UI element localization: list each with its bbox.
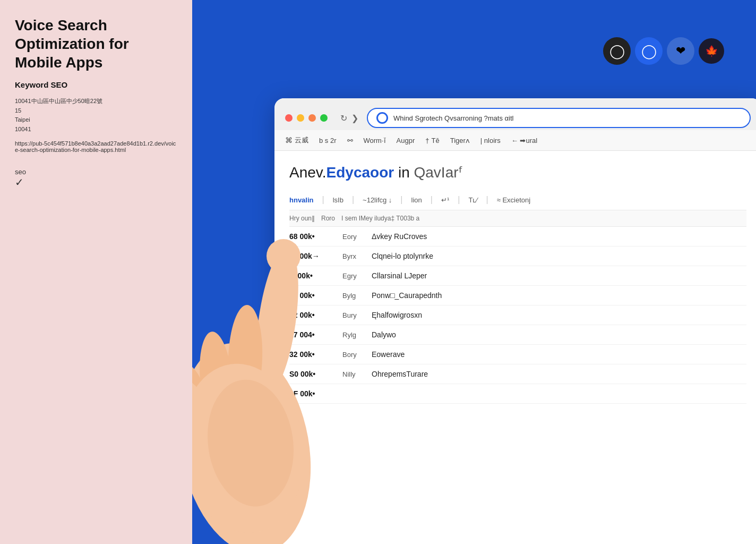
icon-circle-3: ❤ (667, 37, 694, 65)
sidebar-url: https://pub-5c454f571b8e40a3a2aad27ade84… (15, 140, 177, 153)
icon-circle-2: ◯ (635, 37, 663, 65)
sub-col2: Roro (321, 215, 335, 222)
th-1[interactable]: hnvalin (289, 196, 314, 204)
tab-icon-te: † (425, 137, 429, 144)
type-8: Nilly (342, 370, 372, 378)
tab-ural[interactable]: ← ➡ural (511, 137, 537, 144)
type-6: Rylg (342, 331, 372, 339)
volume-5: 62 00k• (289, 311, 342, 319)
tab-label-2: b s 2r (319, 137, 337, 144)
type-3: Egry (342, 272, 372, 280)
meta-line1: 10041中山區中山區中少50暗22號 (15, 98, 102, 104)
volume-8: S0 00k• (289, 370, 342, 378)
volume-7: 32 00k• (289, 350, 342, 359)
check-icon: ✓ (15, 176, 177, 189)
volume-3: 8I 00k• (289, 271, 342, 280)
table-row: 80 00k• Bylg Ponw□_Caurapednth (289, 286, 746, 305)
tab-worm[interactable]: Worm·ǐ (364, 137, 386, 144)
dot-orange[interactable] (308, 114, 316, 122)
keyword-8: OhrepemsTurare (372, 370, 746, 378)
tab-augpr[interactable]: Augpr (397, 137, 415, 144)
table-row: 8I 00k• Egry Cllarsinal LJeper (289, 266, 746, 286)
table-row: 32 00k• Bory Eowerave (289, 345, 746, 364)
th-6[interactable]: Tʟ⁄ (468, 196, 477, 204)
svg-point-6 (192, 367, 227, 456)
meta-line2: 15 (15, 107, 21, 114)
volume-1: 68 00k• (289, 232, 342, 241)
meta-line3: Taipei (15, 116, 30, 123)
table-row: 8F 00k• (289, 384, 746, 404)
nav-buttons: ↻ ❯ (340, 113, 358, 123)
volume-4: 80 00k• (289, 291, 342, 300)
tab-2[interactable]: b s 2r (319, 137, 337, 144)
title-part3: in (394, 164, 410, 181)
sidebar: Voice Search Optimization for Mobile App… (0, 0, 192, 544)
title-part1: Anev. (289, 164, 327, 181)
keyword-2: Clqnei-lo ptolynrke (372, 252, 746, 260)
sidebar-subtitle: Keyword SEO (15, 80, 177, 89)
sub-col3: I sem IMey iludya‡ T003b a (341, 215, 419, 222)
browser-loading-icon (376, 112, 388, 124)
tab-icon-1: ⌘ (285, 136, 293, 144)
meta-line4: 10041 (15, 126, 31, 132)
browser-chrome: ↻ ❯ Whind Sgrotech Qvsarroning ?mats αit… (274, 98, 756, 130)
tab-3[interactable]: ⚯ (347, 137, 353, 144)
type-5: Bury (342, 311, 372, 319)
address-bar[interactable]: Whind Sgrotech Qvsarroning ?mats αitl (367, 108, 751, 128)
sidebar-title: Voice Search Optimization for Mobile App… (15, 16, 177, 72)
tab-te[interactable]: † Tē (425, 137, 439, 144)
type-4: Bylg (342, 292, 372, 300)
svg-point-2 (227, 304, 264, 412)
content-title: Anev.Edycaoor in QavIarᶠ (289, 164, 746, 181)
table-row: S0 00k• Nilly OhrepemsTurare (289, 364, 746, 384)
sidebar-tag: seo ✓ (15, 168, 177, 189)
svg-point-4 (192, 361, 214, 440)
table-row: 17 004• Rylg Dalywo (289, 325, 746, 345)
keyword-1: Δvkey RuCroves (372, 232, 746, 241)
keyword-3: Cllarsinal LJeper (372, 271, 746, 280)
content-area: Anev.Edycaoor in QavIarᶠ hnvalin | ls‍Ib… (274, 151, 756, 544)
top-right-icons: ◯ ◯ ❤ 🍁 (603, 37, 724, 65)
dot-red[interactable] (285, 114, 293, 122)
tab-label-augpr: Augpr (397, 137, 415, 144)
forward-icon[interactable]: ❯ (351, 113, 358, 123)
keyword-5: Ęhalfowigrosxn (372, 311, 746, 319)
th-3[interactable]: ~12lifcg ↓ (363, 196, 392, 204)
type-1: Eory (342, 233, 372, 241)
tab-1[interactable]: ⌘ 云威 (285, 135, 308, 145)
tab-nloirs[interactable]: | nloirs (480, 137, 501, 144)
title-part2: Edycaoor (327, 164, 394, 181)
th-2[interactable]: ls‍Ib (333, 196, 343, 204)
tab-label-te: Tē (432, 137, 440, 144)
browser-window: ↻ ❯ Whind Sgrotech Qvsarroning ?mats αit… (274, 98, 756, 544)
dot-yellow[interactable] (297, 114, 304, 122)
main-area: ◯ ◯ ❤ 🍁 (192, 0, 756, 544)
svg-point-3 (196, 330, 236, 429)
sub-header: Hry oun‖ Roro I sem IMey iludya‡ T003b a (289, 210, 746, 227)
dot-green[interactable] (320, 114, 328, 122)
tab-label-ural: ← ➡ural (511, 137, 537, 144)
type-7: Bory (342, 351, 372, 359)
tab-label-nloirs: | nloirs (480, 137, 501, 144)
volume-2: 13 00k→ (289, 252, 342, 260)
keyword-4: Ponw□_Caurapednth (372, 291, 746, 300)
back-icon[interactable]: ↻ (340, 113, 347, 123)
tab-tiger[interactable]: Tigerʌ (450, 137, 470, 144)
th-4[interactable]: lion (411, 196, 422, 204)
table-row: 13 00k→ Byrx Clqnei-lo ptolynrke (289, 246, 746, 266)
th-5[interactable]: ↵¹ (441, 196, 449, 204)
tab-bar: ⌘ 云威 b s 2r ⚯ Worm·ǐ Augpr † Tē Tigerʌ (274, 130, 756, 151)
tab-label-1: 云威 (295, 135, 308, 145)
volume-9: 8F 00k• (289, 389, 342, 398)
volume-6: 17 004• (289, 330, 342, 339)
icon-circle-1: ◯ (603, 37, 631, 65)
tab-label-worm: Worm·ǐ (364, 137, 386, 144)
th-7[interactable]: ≈ Excietonj (497, 196, 531, 204)
table-row: 68 00k• Eory Δvkey RuCroves (289, 227, 746, 246)
keyword-7: Eowerave (372, 350, 746, 359)
address-text: Whind Sgrotech Qvsarroning ?mats αitl (393, 114, 741, 122)
tab-label-3: ⚯ (347, 137, 353, 144)
title-part4: QavIarᶠ (414, 164, 463, 181)
icon-circle-4: 🍁 (699, 38, 724, 64)
keyword-6: Dalywo (372, 330, 746, 339)
